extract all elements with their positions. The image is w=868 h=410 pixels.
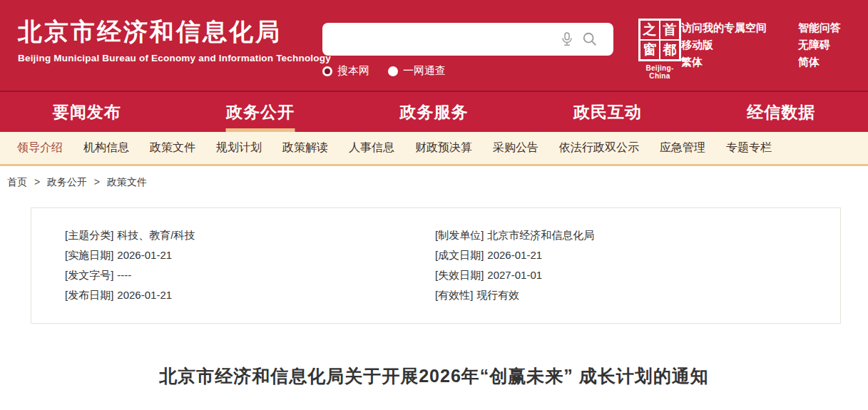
- meta-label: [成文日期]: [435, 249, 484, 261]
- subnav-item-org-info[interactable]: 机构信息: [83, 140, 129, 155]
- meta-value: 2026-01-21: [487, 249, 542, 261]
- subnav-item-policy-documents[interactable]: 政策文件: [150, 140, 195, 155]
- link-traditional-chinese[interactable]: 繁体: [681, 56, 767, 67]
- link-mobile-version[interactable]: 移动版: [681, 39, 767, 50]
- subnav-item-policy-interpretation[interactable]: 政策解读: [282, 140, 328, 155]
- nav-item-gov-services[interactable]: 政务服务: [347, 92, 521, 132]
- nav-item-data[interactable]: 经信数据: [695, 92, 868, 132]
- radio-selected-icon[interactable]: [322, 66, 332, 76]
- nav-item-label: 政民互动: [573, 101, 642, 123]
- subnav-item-planning[interactable]: 规划计划: [216, 140, 262, 155]
- main-navigation: 要闻发布 政务公开 政务服务 政民互动 经信数据: [0, 91, 868, 132]
- secondary-navigation: 领导介绍 机构信息 政策文件 规划计划 政策解读 人事信息 财政预决算 采购公告…: [0, 132, 868, 166]
- nav-item-label: 政务公开: [226, 101, 295, 123]
- nav-item-gov-openness[interactable]: 政务公开: [173, 92, 347, 132]
- meta-label: [失效日期]: [435, 269, 484, 281]
- meta-label: [主题分类]: [65, 229, 113, 241]
- search-area: 搜本网 一网通查: [322, 23, 613, 78]
- meta-topic-category: [主题分类]科技、教育/科技: [65, 225, 435, 245]
- site-branding: 北京市经济和信息化局 Beijing Municipal Bureau of E…: [18, 17, 331, 63]
- document-title: 北京市经济和信息化局关于开展2026年“创赢未来” 成长计划的通知: [0, 364, 868, 388]
- portal-caption: Beijing-China: [636, 64, 683, 80]
- meta-written-date: [成文日期]2026-01-21: [435, 245, 594, 265]
- beijing-china-portal-logo[interactable]: 之 首 窗 都 Beijing-China: [636, 19, 683, 80]
- meta-label: [有效性]: [435, 289, 473, 301]
- link-simplified-chinese[interactable]: 简体: [798, 56, 841, 67]
- microphone-icon[interactable]: [561, 31, 573, 51]
- quick-links-col-1: 访问我的专属空间 移动版 繁体: [681, 22, 767, 67]
- nav-item-label: 政务服务: [400, 101, 469, 123]
- meta-label: [实施日期]: [65, 249, 113, 261]
- site-header: 北京市经济和信息化局 Beijing Municipal Bureau of E…: [0, 0, 868, 91]
- breadcrumb-home[interactable]: 首页: [7, 176, 27, 188]
- subnav-item-special-topics[interactable]: 专题专栏: [726, 140, 772, 155]
- search-box[interactable]: [322, 23, 613, 56]
- meta-document-number: [发文字号]----: [65, 265, 435, 285]
- portal-char: 都: [660, 41, 679, 59]
- subnav-item-personnel[interactable]: 人事信息: [349, 140, 394, 155]
- site-title: 北京市经济和信息化局: [18, 17, 331, 46]
- subnav-item-leadership[interactable]: 领导介绍: [17, 140, 63, 155]
- meta-value: 北京市经济和信息化局: [487, 229, 594, 241]
- site-subtitle: Beijing Municipal Bureau of Economy and …: [18, 53, 331, 63]
- subnav-item-fiscal-budget[interactable]: 财政预决算: [415, 140, 472, 155]
- portal-char: 窗: [640, 41, 659, 59]
- link-smart-qa[interactable]: 智能问答: [798, 22, 841, 33]
- nav-item-label: 要闻发布: [53, 101, 121, 123]
- radio-search-site[interactable]: 搜本网: [322, 64, 369, 78]
- subnav-item-procurement[interactable]: 采购公告: [493, 140, 538, 155]
- radio-search-site-label: 搜本网: [337, 64, 369, 78]
- metadata-right-column: [制发单位]北京市经济和信息化局 [成文日期]2026-01-21 [失效日期]…: [435, 225, 594, 323]
- meta-label: [发布日期]: [65, 289, 113, 301]
- meta-validity: [有效性]现行有效: [435, 285, 594, 305]
- meta-label: [制发单位]: [435, 229, 484, 241]
- link-accessibility[interactable]: 无障碍: [798, 39, 841, 50]
- metadata-left-column: [主题分类]科技、教育/科技 [实施日期]2026-01-21 [发文字号]--…: [65, 225, 435, 323]
- subnav-item-admin-disclosure[interactable]: 依法行政双公示: [559, 140, 639, 155]
- search-input[interactable]: [332, 23, 546, 56]
- link-my-space[interactable]: 访问我的专属空间: [681, 22, 767, 33]
- radio-search-network-label: 一网通查: [403, 64, 446, 78]
- header-quick-links: 访问我的专属空间 移动版 繁体 智能问答 无障碍 简体: [681, 22, 841, 67]
- search-scope-options: 搜本网 一网通查: [322, 64, 613, 78]
- breadcrumb: 首页 > 政务公开 > 政策文件: [7, 176, 868, 189]
- active-tab-indicator: [226, 128, 295, 132]
- meta-publish-date: [发布日期]2026-01-21: [65, 285, 435, 305]
- breadcrumb-gov-openness[interactable]: 政务公开: [47, 176, 87, 188]
- meta-value: 现行有效: [476, 289, 519, 301]
- breadcrumb-policy-documents[interactable]: 政策文件: [107, 176, 147, 188]
- nav-item-label: 经信数据: [747, 101, 815, 123]
- portal-logo-grid: 之 首 窗 都: [638, 19, 681, 61]
- meta-value: 科技、教育/科技: [117, 229, 195, 241]
- nav-item-news[interactable]: 要闻发布: [0, 92, 173, 132]
- document-metadata-box: [主题分类]科技、教育/科技 [实施日期]2026-01-21 [发文字号]--…: [31, 207, 841, 324]
- radio-unselected-icon[interactable]: [388, 66, 398, 76]
- nav-item-public-interaction[interactable]: 政民互动: [521, 92, 694, 132]
- quick-links-col-2: 智能问答 无障碍 简体: [798, 22, 841, 67]
- meta-label: [发文字号]: [65, 269, 113, 281]
- meta-value: 2026-01-21: [117, 289, 172, 301]
- breadcrumb-separator: >: [34, 176, 40, 188]
- portal-char: 之: [640, 21, 659, 39]
- meta-value: 2026-01-21: [117, 249, 172, 261]
- radio-search-network[interactable]: 一网通查: [388, 64, 446, 78]
- breadcrumb-separator: >: [94, 176, 100, 188]
- meta-value: 2027-01-01: [487, 269, 542, 281]
- subnav-item-emergency[interactable]: 应急管理: [660, 140, 705, 155]
- meta-issuing-unit: [制发单位]北京市经济和信息化局: [435, 225, 594, 245]
- search-icon[interactable]: [582, 31, 598, 50]
- meta-expiry-date: [失效日期]2027-01-01: [435, 265, 594, 285]
- meta-value: ----: [117, 269, 131, 281]
- portal-char: 首: [660, 21, 679, 39]
- meta-implementation-date: [实施日期]2026-01-21: [65, 245, 435, 265]
